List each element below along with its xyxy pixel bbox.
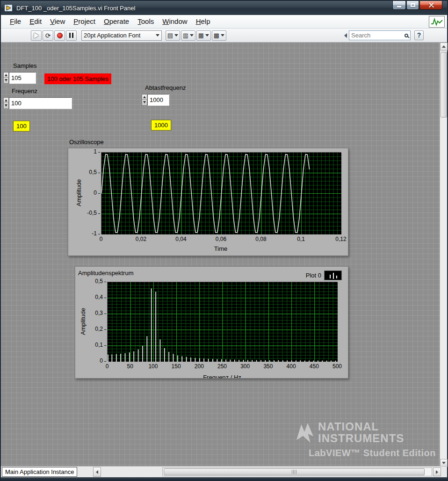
help-button[interactable]: ? bbox=[414, 30, 424, 40]
x-tick-label: 0,06 bbox=[211, 236, 231, 242]
chevron-down-icon bbox=[205, 34, 209, 36]
chevron-down-icon bbox=[190, 34, 194, 36]
vi-icon[interactable] bbox=[429, 16, 445, 28]
frequenz-indicator: 100 bbox=[13, 121, 30, 131]
search-input-wrapper[interactable] bbox=[349, 30, 411, 40]
decrement-icon[interactable] bbox=[4, 103, 8, 108]
abort-button[interactable] bbox=[54, 30, 65, 41]
horizontal-scrollbar-thumb[interactable] bbox=[164, 468, 425, 475]
menu-item-project[interactable]: Project bbox=[69, 15, 100, 28]
decrement-icon[interactable] bbox=[4, 78, 8, 83]
amplitudenspektrum-graph[interactable]: Amplitudenspektrum Plot 0 Amplitude Freq… bbox=[75, 266, 348, 379]
increment-icon[interactable] bbox=[142, 95, 147, 100]
horizontal-scrollbar[interactable] bbox=[162, 467, 432, 476]
search-collapse-icon[interactable] bbox=[344, 33, 347, 38]
distribute-objects-icon: ▥ bbox=[183, 32, 188, 38]
x-tick-label: 0,12 bbox=[331, 236, 351, 242]
arrow-right-icon bbox=[436, 470, 438, 474]
y-tick-mark bbox=[104, 298, 106, 298]
oszilloscope-graph-label[interactable]: Oszilloscope bbox=[69, 138, 104, 146]
amplitudenspektrum-plot[interactable] bbox=[107, 282, 337, 361]
frequenz-input[interactable]: 100 bbox=[9, 97, 72, 109]
y-tick-mark bbox=[104, 313, 106, 314]
y-tick-mark bbox=[98, 193, 100, 194]
distribute-objects-button[interactable]: ▥ bbox=[181, 30, 195, 41]
plot-legend-icon[interactable] bbox=[324, 270, 342, 280]
x-tick-label: 500 bbox=[327, 363, 347, 370]
title-bar[interactable]: DFT_100 _oder_105Samples.vi Front Panel bbox=[1, 1, 447, 15]
vertical-scrollbar-thumb[interactable] bbox=[441, 52, 447, 117]
reorder-objects-button[interactable]: ▩ bbox=[212, 30, 226, 41]
watermark-line2: INSTRUMENTS bbox=[318, 432, 404, 444]
x-tick-label: 150 bbox=[166, 363, 187, 370]
x-tick-label: 0,1 bbox=[291, 236, 311, 242]
chevron-down-icon bbox=[156, 34, 159, 36]
increment-icon[interactable] bbox=[4, 73, 8, 78]
minimize-button[interactable] bbox=[392, 1, 406, 10]
samples-label[interactable]: Samples bbox=[13, 62, 37, 69]
pause-icon bbox=[69, 33, 73, 38]
y-tick-label: 0,2 bbox=[75, 326, 103, 333]
y-tick-label: 0,5 bbox=[68, 169, 97, 176]
search-input[interactable] bbox=[351, 32, 403, 39]
vertical-scrollbar[interactable] bbox=[440, 43, 447, 467]
labview-window: DFT_100 _oder_105Samples.vi Front Panel … bbox=[0, 0, 448, 481]
resize-objects-icon: ▦ bbox=[198, 32, 204, 38]
plot-legend[interactable]: Plot 0 bbox=[306, 270, 342, 280]
arrow-left-icon bbox=[96, 470, 98, 474]
x-tick-label: 0,08 bbox=[251, 236, 271, 242]
y-tick-label: 0,1 bbox=[75, 342, 103, 349]
pause-button[interactable] bbox=[66, 30, 77, 41]
window-title: DFT_100 _oder_105Samples.vi Front Panel bbox=[16, 5, 135, 12]
pane-scroll-left-button[interactable] bbox=[93, 467, 101, 477]
oszilloscope-x-axis-label[interactable]: Time bbox=[183, 245, 258, 252]
increment-icon[interactable] bbox=[4, 98, 8, 103]
menu-item-help[interactable]: Help bbox=[192, 15, 215, 28]
font-selector-value: 20pt Application Font bbox=[84, 32, 154, 39]
y-tick-mark bbox=[98, 173, 100, 173]
resize-objects-button[interactable]: ▦ bbox=[196, 30, 211, 41]
frequenz-spinner[interactable] bbox=[3, 97, 9, 109]
close-button[interactable] bbox=[419, 1, 442, 10]
y-tick-label: 1 bbox=[68, 148, 97, 155]
caption-buttons bbox=[392, 1, 442, 10]
frequenz-label[interactable]: Frequenz bbox=[12, 87, 37, 95]
run-icon bbox=[34, 33, 39, 38]
front-panel[interactable]: Samples 105 100 oder 105 Samples Frequen… bbox=[1, 43, 440, 466]
scroll-right-button[interactable] bbox=[433, 467, 441, 476]
decrement-icon[interactable] bbox=[142, 100, 147, 105]
ni-logo-icon bbox=[296, 422, 315, 444]
menu-item-file[interactable]: File bbox=[6, 15, 25, 28]
menu-item-edit[interactable]: Edit bbox=[25, 15, 46, 28]
menu-item-view[interactable]: View bbox=[46, 15, 69, 28]
amplitudenspektrum-graph-label[interactable]: Amplitudenspektrum bbox=[78, 270, 134, 277]
maximize-button[interactable] bbox=[406, 1, 419, 10]
abtastfrequenz-label[interactable]: Abtastfrequenz bbox=[145, 84, 186, 91]
labview-app-icon bbox=[4, 4, 13, 12]
x-tick-label: 200 bbox=[189, 363, 210, 370]
y-tick-mark bbox=[104, 361, 106, 362]
samples-warning-label: 100 oder 105 Samples bbox=[44, 73, 111, 84]
x-tick-label: 350 bbox=[258, 363, 278, 370]
y-tick-label: 0,3 bbox=[75, 310, 103, 317]
search-area bbox=[344, 30, 411, 40]
run-button[interactable] bbox=[31, 30, 42, 41]
app-instance-selector[interactable]: Main Application Instance bbox=[2, 467, 77, 477]
align-objects-button[interactable]: ▤ bbox=[166, 30, 180, 41]
menu-item-window[interactable]: Window bbox=[158, 15, 191, 28]
samples-spinner[interactable] bbox=[3, 72, 9, 84]
abtastfrequenz-spinner[interactable] bbox=[142, 94, 147, 106]
chevron-down-icon bbox=[174, 34, 178, 36]
amplitudenspektrum-x-axis-label[interactable]: Frequenz / Hz bbox=[185, 374, 260, 379]
scroll-up-button[interactable] bbox=[440, 43, 448, 51]
x-tick-label: 50 bbox=[120, 363, 140, 370]
menu-item-tools[interactable]: Tools bbox=[133, 15, 158, 28]
font-selector[interactable]: 20pt Application Font bbox=[81, 30, 162, 41]
watermark-line1: NATIONAL bbox=[318, 421, 404, 432]
oszilloscope-graph[interactable]: Amplitude Time 10,50-0,5-100,020,040,060… bbox=[68, 148, 348, 256]
menu-item-operate[interactable]: Operate bbox=[100, 15, 133, 28]
samples-input[interactable]: 105 bbox=[9, 72, 36, 84]
oszilloscope-plot[interactable] bbox=[101, 152, 341, 234]
abtastfrequenz-input[interactable]: 1000 bbox=[147, 94, 169, 106]
run-continuous-button[interactable]: ⟳ bbox=[43, 30, 53, 41]
